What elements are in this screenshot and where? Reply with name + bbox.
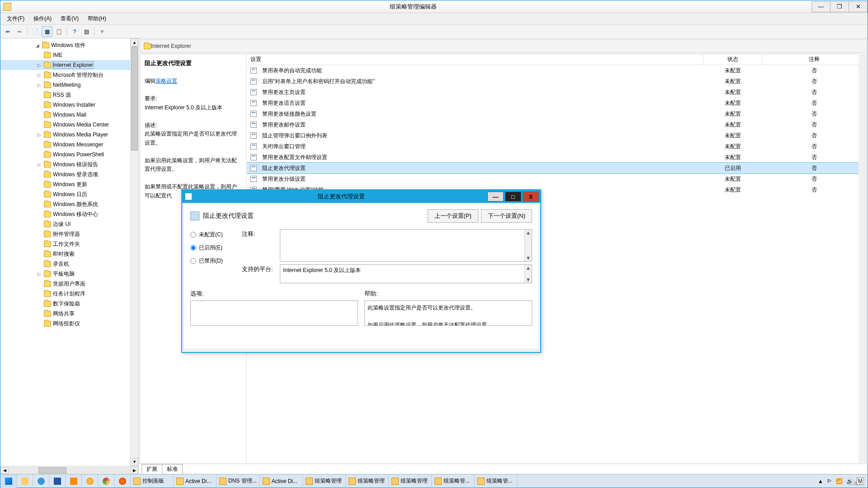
menu-action[interactable]: 操作(A) — [29, 14, 56, 24]
taskbar-app[interactable]: 组策略管理 — [303, 474, 346, 488]
radio-enabled[interactable]: 已启用(E) — [190, 244, 236, 252]
list-row[interactable]: 禁用更改分级设置未配置否 — [247, 174, 866, 184]
taskbar-paint[interactable] — [82, 474, 98, 488]
dialog-close[interactable]: X — [523, 192, 539, 202]
tree-item[interactable]: ▷Windows 错误报告 — [0, 160, 138, 169]
dialog-titlebar[interactable]: 阻止更改代理设置 — □ X — [182, 190, 540, 203]
scroll-down-icon[interactable]: ▼ — [131, 458, 138, 466]
tree-item[interactable]: ▷Internet Explorer — [0, 60, 138, 70]
tree-item[interactable]: Windows Media Center — [0, 120, 138, 130]
next-setting-button[interactable]: 下一个设置(N) — [481, 209, 532, 223]
radio-notconfigured[interactable]: 未配置(C) — [190, 231, 236, 239]
tree-item[interactable]: 网络共享 — [0, 309, 138, 319]
up-button[interactable]: 📄 — [30, 26, 41, 37]
taskbar-app[interactable]: 组策略管... — [432, 474, 475, 488]
dialog-minimize[interactable]: — — [487, 192, 504, 202]
tree-item[interactable]: 数字保险箱 — [0, 299, 138, 309]
tree-item[interactable]: RSS 源 — [0, 90, 138, 100]
taskbar-app[interactable]: Active Di... — [260, 474, 303, 488]
tree-item[interactable]: 附件管理器 — [0, 229, 138, 239]
list-row[interactable]: 关闭弹出窗口管理未配置否 — [247, 141, 866, 152]
minimize-button[interactable]: — — [811, 1, 830, 12]
network-icon[interactable]: 📶 — [836, 478, 843, 484]
tree-item[interactable]: ▷Microsoft 管理控制台 — [0, 70, 138, 80]
tree-root[interactable]: ◢Windows 组件 — [0, 40, 138, 50]
taskbar-app1[interactable] — [66, 474, 82, 488]
tab-extended[interactable]: 扩展 — [142, 464, 162, 474]
tree-item[interactable]: 录音机 — [0, 259, 138, 269]
tree-item[interactable]: Windows 日历 — [0, 189, 138, 199]
scroll-up-icon[interactable]: ▲ — [131, 38, 138, 47]
tree-item[interactable]: Windows PowerShell — [0, 150, 138, 160]
tree-item[interactable]: Windows Mail — [0, 110, 138, 120]
list-vscroll[interactable] — [859, 53, 866, 463]
filter-button[interactable]: ▼ — [97, 26, 108, 37]
list-row[interactable]: 禁用更改语言设置未配置否 — [247, 98, 866, 108]
taskbar-ps[interactable] — [49, 474, 66, 488]
tree-item[interactable]: Windows 颜色系统 — [0, 199, 138, 209]
show-hide-button[interactable]: ▦ — [42, 26, 52, 37]
taskbar-app[interactable]: 组策略管理 — [389, 474, 432, 488]
edit-policy-link[interactable]: 策略设置 — [156, 78, 177, 84]
tree-item[interactable]: ▷Windows Media Player — [0, 130, 138, 140]
list-row[interactable]: 阻止管理弹出窗口例外列表未配置否 — [247, 130, 866, 141]
tree-item[interactable]: Windows 移动中心 — [0, 209, 138, 219]
list-row[interactable]: 禁用更改邮件设置未配置否 — [247, 119, 866, 130]
tree-item[interactable]: Windows Messenger — [0, 140, 138, 150]
dialog-maximize[interactable]: □ — [505, 192, 521, 202]
scroll-left-icon[interactable]: ◀ — [0, 467, 9, 474]
col-note[interactable]: 注释 — [762, 54, 866, 65]
taskbar-chrome[interactable] — [98, 474, 114, 488]
menu-view[interactable]: 查看(V) — [56, 14, 83, 24]
prev-setting-button[interactable]: 上一个设置(P) — [428, 209, 478, 223]
tree-item[interactable]: 任务计划程序 — [0, 289, 138, 299]
tree-item[interactable]: ▷平板电脑 — [0, 269, 138, 279]
menu-help[interactable]: 帮助(H) — [83, 14, 111, 24]
export-button[interactable]: 📋 — [53, 26, 64, 37]
tree-item[interactable]: 网络投影仪 — [0, 319, 138, 328]
taskbar-firefox[interactable] — [114, 474, 131, 488]
list-row[interactable]: 禁用更改主页设置未配置否 — [247, 87, 866, 98]
forward-button[interactable]: ➡ — [14, 26, 25, 37]
list-row[interactable]: 阻止更改代理设置已启用否 — [247, 163, 866, 174]
maximize-button[interactable]: ❐ — [830, 1, 849, 12]
scroll-right-icon[interactable]: ▶ — [130, 467, 138, 474]
tree-item[interactable]: Windows 更新 — [0, 179, 138, 189]
col-state[interactable]: 状态 — [703, 54, 762, 65]
tree-item[interactable]: 边缘 UI — [0, 219, 138, 229]
list-row[interactable]: 禁用表单的自动完成功能未配置否 — [247, 65, 866, 76]
taskbar-app[interactable]: 控制面板 — [131, 474, 174, 488]
tree[interactable]: ◢Windows 组件IME▷Internet Explorer▷Microso… — [0, 38, 138, 466]
tree-hscroll[interactable]: ◀ ▶ — [0, 466, 138, 474]
taskbar-explorer[interactable] — [17, 474, 33, 488]
list-row[interactable]: 禁用更改链接颜色设置未配置否 — [247, 108, 866, 119]
tree-item[interactable]: Windows Installer — [0, 100, 138, 110]
taskbar-ie[interactable] — [33, 474, 49, 488]
back-button[interactable]: ⬅ — [2, 26, 13, 37]
list-row[interactable]: 启用"对表单上用户名和密码打开自动完成功能"未配置否 — [247, 76, 866, 87]
tree-item[interactable]: Windows 登录选项 — [0, 169, 138, 179]
taskbar-app[interactable]: 组策略管理 — [346, 474, 389, 488]
tree-item[interactable]: 凭据用户界面 — [0, 279, 138, 289]
scroll-thumb[interactable] — [131, 47, 138, 150]
tree-vscroll[interactable]: ▲ ▼ — [130, 38, 138, 466]
tree-item[interactable]: IME — [0, 50, 138, 60]
comment-field[interactable]: ▲▼ — [280, 229, 532, 262]
tree-item[interactable]: 工作文件夹 — [0, 239, 138, 249]
help-button[interactable]: ? — [69, 26, 80, 37]
start-button[interactable] — [0, 474, 17, 488]
taskbar-app[interactable]: Active Di... — [174, 474, 217, 488]
tab-standard[interactable]: 标准 — [162, 464, 183, 474]
tray-up-icon[interactable]: ▲ — [818, 478, 823, 484]
flag-icon[interactable]: 🏳 — [827, 478, 832, 484]
list-row[interactable]: 禁用更改配置文件助理设置未配置否 — [247, 152, 866, 163]
hscroll-thumb[interactable] — [38, 467, 66, 474]
properties-button[interactable]: ▤ — [81, 26, 92, 37]
col-setting[interactable]: 设置 — [247, 54, 703, 65]
radio-disabled[interactable]: 已禁用(D) — [190, 257, 236, 265]
close-button[interactable]: ✕ — [849, 1, 868, 12]
taskbar-app[interactable]: DNS 管理... — [217, 474, 260, 488]
menu-file[interactable]: 文件(F) — [2, 14, 29, 24]
tree-item[interactable]: 即时搜索 — [0, 249, 138, 259]
taskbar-app[interactable]: 组策略管... — [475, 474, 518, 488]
